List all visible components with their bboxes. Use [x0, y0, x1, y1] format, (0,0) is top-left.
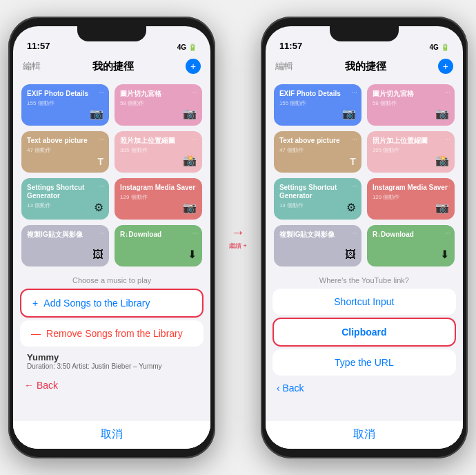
screen-left: 11:57 4G 🔋 編輯 我的捷徑 + ··· EXIF Photo Deta… — [13, 26, 210, 449]
sheet-title-left: Choose a music to play — [13, 272, 210, 287]
type-url-option[interactable]: Type the URL — [272, 349, 456, 376]
arrow-label: 繼續 + — [229, 242, 247, 251]
cancel-bar-left[interactable]: 取消 — [13, 420, 210, 449]
song-info: Yummy Duration: 3:50 Artist: Justin Bieb… — [13, 348, 210, 374]
card-dots: ··· — [352, 229, 357, 237]
screen-right: 11:57 4G 🔋 編輯 我的捷徑 + ··· EXIF Photo Deta… — [266, 26, 463, 449]
shortcuts-grid-right: ··· EXIF Photo Details 155 個動作 📷 ··· 圖片切… — [266, 79, 463, 272]
type-url-label: Type the URL — [335, 357, 394, 368]
shortcut-input-label: Shortcut Input — [334, 296, 394, 307]
card-dots: ··· — [99, 88, 105, 96]
card-dots: ··· — [445, 182, 450, 190]
bottom-sheet-left: Choose a music to play + Add Songs to th… — [13, 272, 210, 449]
card-right-3[interactable]: ··· 照片加上位置縮圖 395 個動作 📸 — [367, 131, 455, 173]
back-button-left[interactable]: ← Back — [13, 374, 210, 396]
nav-edit-left[interactable]: 編輯 — [23, 60, 41, 72]
time-left: 11:57 — [27, 41, 50, 51]
card-dots: ··· — [99, 182, 105, 190]
shortcuts-grid-left: ··· EXIF Photo Details 155 個動作 📷 ··· 圖片切… — [13, 79, 210, 272]
bottom-sheet-right: Where's the YouTube link? Shortcut Input… — [266, 272, 463, 449]
phone-left: 11:57 4G 🔋 編輯 我的捷徑 + ··· EXIF Photo Deta… — [8, 17, 215, 458]
card-left-5[interactable]: ··· Instagram Media Saver 129 個動作 📷 — [115, 178, 202, 220]
card-dots: ··· — [352, 182, 357, 190]
clipboard-label: Clipboard — [341, 327, 386, 338]
sheet-title-right: Where's the YouTube link? — [266, 272, 463, 287]
notch-right — [330, 26, 399, 41]
remove-songs-label: Remove Songs from the Library — [46, 328, 183, 339]
card-left-1[interactable]: ··· 圖片切九宮格 58 個動作 📷 — [115, 84, 202, 126]
song-title: Yummy — [27, 352, 197, 362]
phone-frame-right: 11:57 4G 🔋 編輯 我的捷徑 + ··· EXIF Photo Deta… — [261, 17, 468, 458]
nav-title-left: 我的捷徑 — [92, 60, 134, 73]
nav-title-right: 我的捷徑 — [345, 60, 386, 73]
card-dots: ··· — [445, 88, 450, 96]
shortcut-input-option[interactable]: Shortcut Input — [272, 289, 456, 315]
card-dots: ··· — [192, 182, 198, 190]
card-left-6[interactable]: ··· 複製IG貼文與影像 🖼 — [21, 225, 109, 266]
arrow-symbol: → — [231, 224, 245, 240]
card-dots: ··· — [192, 229, 198, 237]
card-left-3[interactable]: ··· 照片加上位置縮圖 395 個動作 📸 — [115, 131, 202, 173]
signal-left: 4G — [177, 43, 186, 51]
phone-right: 11:57 4G 🔋 編輯 我的捷徑 + ··· EXIF Photo Deta… — [261, 17, 468, 458]
card-right-0[interactable]: ··· EXIF Photo Details 155 個動作 📷 — [274, 84, 361, 126]
arrow-divider: → 繼續 + — [229, 224, 247, 251]
card-dots: ··· — [445, 229, 450, 237]
remove-icon: — — [31, 328, 41, 339]
clipboard-option[interactable]: Clipboard — [272, 318, 456, 347]
card-right-6[interactable]: ··· 複製IG貼文與影像 🖼 — [274, 225, 361, 266]
card-dots: ··· — [352, 88, 357, 96]
card-dots: ··· — [352, 135, 357, 143]
notch-left — [77, 26, 146, 41]
card-left-4[interactable]: ··· Settings Shortcut Generator 13 個動作 ⚙ — [21, 178, 109, 220]
card-right-1[interactable]: ··· 圖片切九宮格 58 個動作 📷 — [367, 84, 455, 126]
back-button-right[interactable]: ‹ Back — [266, 377, 463, 399]
card-right-2[interactable]: ··· Text above picture 47 個動作 T — [274, 131, 361, 173]
card-dots: ··· — [192, 88, 198, 96]
cancel-bar-right[interactable]: 取消 — [266, 420, 463, 449]
card-left-2[interactable]: ··· Text above picture 47 個動作 T — [21, 131, 109, 173]
card-right-5[interactable]: ··· Instagram Media Saver 129 個動作 📷 — [367, 178, 455, 220]
status-icons-right: 4G 🔋 — [430, 43, 449, 51]
card-left-7[interactable]: ··· R↓Download ⬇ — [115, 225, 202, 266]
nav-plus-right[interactable]: + — [438, 59, 453, 74]
nav-plus-left[interactable]: + — [186, 59, 201, 74]
battery-right: 🔋 — [441, 43, 449, 51]
add-songs-label: Add Songs to the Library — [43, 298, 150, 309]
add-icon: + — [32, 298, 38, 309]
status-icons-left: 4G 🔋 — [177, 43, 197, 51]
card-dots: ··· — [99, 229, 105, 237]
card-right-7[interactable]: ··· R↓Download ⬇ — [367, 225, 455, 266]
time-right: 11:57 — [279, 41, 302, 51]
nav-bar-left: 編輯 我的捷徑 + — [13, 54, 210, 79]
remove-songs-option[interactable]: — Remove Songs from the Library — [20, 320, 204, 347]
nav-edit-right[interactable]: 編輯 — [275, 60, 293, 72]
song-detail: Duration: 3:50 Artist: Justin Bieber – Y… — [27, 362, 197, 370]
battery-left: 🔋 — [188, 43, 197, 51]
card-dots: ··· — [99, 135, 105, 143]
card-left-0[interactable]: ··· EXIF Photo Details 155 個動作 📷 — [21, 84, 109, 126]
nav-bar-right: 編輯 我的捷徑 + — [266, 54, 463, 79]
card-right-4[interactable]: ··· Settings Shortcut Generator 13 個動作 ⚙ — [274, 178, 361, 220]
card-dots: ··· — [445, 135, 450, 143]
add-songs-option[interactable]: + Add Songs to the Library — [20, 289, 204, 318]
phone-frame-left: 11:57 4G 🔋 編輯 我的捷徑 + ··· EXIF Photo Deta… — [8, 17, 215, 458]
signal-right: 4G — [430, 43, 439, 51]
card-dots: ··· — [192, 135, 198, 143]
